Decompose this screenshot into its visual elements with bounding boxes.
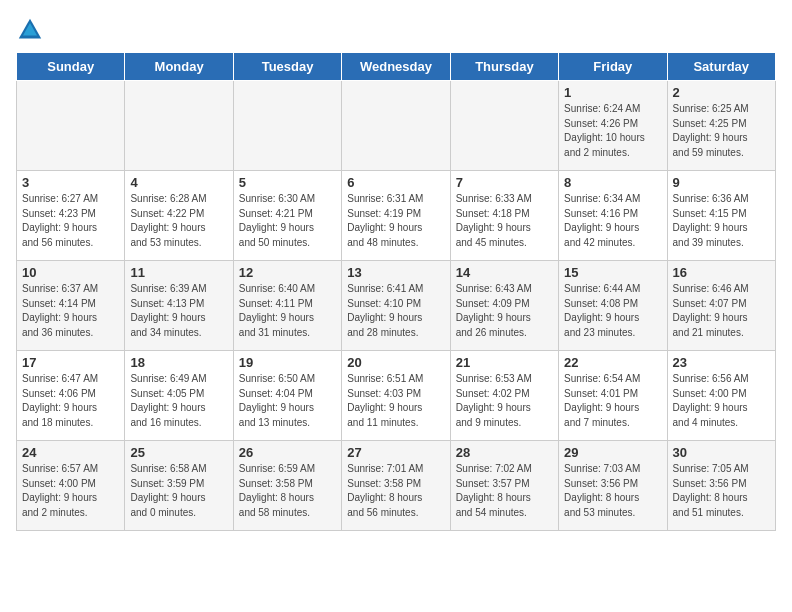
day-cell-3-1: 18Sunrise: 6:49 AM Sunset: 4:05 PM Dayli… <box>125 351 233 441</box>
day-info: Sunrise: 7:03 AM Sunset: 3:56 PM Dayligh… <box>564 462 661 520</box>
logo-icon <box>16 16 44 44</box>
day-number: 25 <box>130 445 227 460</box>
day-cell-0-2 <box>233 81 341 171</box>
day-info: Sunrise: 6:24 AM Sunset: 4:26 PM Dayligh… <box>564 102 661 160</box>
day-cell-4-5: 29Sunrise: 7:03 AM Sunset: 3:56 PM Dayli… <box>559 441 667 531</box>
day-cell-3-6: 23Sunrise: 6:56 AM Sunset: 4:00 PM Dayli… <box>667 351 775 441</box>
header-tuesday: Tuesday <box>233 53 341 81</box>
calendar-table: SundayMondayTuesdayWednesdayThursdayFrid… <box>16 52 776 531</box>
day-cell-0-4 <box>450 81 558 171</box>
day-info: Sunrise: 6:33 AM Sunset: 4:18 PM Dayligh… <box>456 192 553 250</box>
day-cell-4-3: 27Sunrise: 7:01 AM Sunset: 3:58 PM Dayli… <box>342 441 450 531</box>
day-number: 29 <box>564 445 661 460</box>
day-info: Sunrise: 7:02 AM Sunset: 3:57 PM Dayligh… <box>456 462 553 520</box>
day-info: Sunrise: 6:58 AM Sunset: 3:59 PM Dayligh… <box>130 462 227 520</box>
day-info: Sunrise: 7:01 AM Sunset: 3:58 PM Dayligh… <box>347 462 444 520</box>
day-cell-0-1 <box>125 81 233 171</box>
day-info: Sunrise: 6:39 AM Sunset: 4:13 PM Dayligh… <box>130 282 227 340</box>
day-info: Sunrise: 6:41 AM Sunset: 4:10 PM Dayligh… <box>347 282 444 340</box>
day-number: 7 <box>456 175 553 190</box>
day-number: 2 <box>673 85 770 100</box>
day-info: Sunrise: 7:05 AM Sunset: 3:56 PM Dayligh… <box>673 462 770 520</box>
day-cell-2-0: 10Sunrise: 6:37 AM Sunset: 4:14 PM Dayli… <box>17 261 125 351</box>
day-number: 26 <box>239 445 336 460</box>
day-info: Sunrise: 6:37 AM Sunset: 4:14 PM Dayligh… <box>22 282 119 340</box>
day-number: 9 <box>673 175 770 190</box>
day-number: 23 <box>673 355 770 370</box>
day-info: Sunrise: 6:30 AM Sunset: 4:21 PM Dayligh… <box>239 192 336 250</box>
day-cell-1-5: 8Sunrise: 6:34 AM Sunset: 4:16 PM Daylig… <box>559 171 667 261</box>
day-cell-4-1: 25Sunrise: 6:58 AM Sunset: 3:59 PM Dayli… <box>125 441 233 531</box>
day-cell-0-3 <box>342 81 450 171</box>
day-info: Sunrise: 6:51 AM Sunset: 4:03 PM Dayligh… <box>347 372 444 430</box>
day-info: Sunrise: 6:54 AM Sunset: 4:01 PM Dayligh… <box>564 372 661 430</box>
logo <box>16 16 48 44</box>
day-number: 12 <box>239 265 336 280</box>
day-number: 18 <box>130 355 227 370</box>
header-friday: Friday <box>559 53 667 81</box>
day-number: 5 <box>239 175 336 190</box>
days-of-week-row: SundayMondayTuesdayWednesdayThursdayFrid… <box>17 53 776 81</box>
day-cell-0-6: 2Sunrise: 6:25 AM Sunset: 4:25 PM Daylig… <box>667 81 775 171</box>
day-cell-3-5: 22Sunrise: 6:54 AM Sunset: 4:01 PM Dayli… <box>559 351 667 441</box>
day-cell-3-3: 20Sunrise: 6:51 AM Sunset: 4:03 PM Dayli… <box>342 351 450 441</box>
day-info: Sunrise: 6:59 AM Sunset: 3:58 PM Dayligh… <box>239 462 336 520</box>
week-row-1: 1Sunrise: 6:24 AM Sunset: 4:26 PM Daylig… <box>17 81 776 171</box>
day-cell-1-3: 6Sunrise: 6:31 AM Sunset: 4:19 PM Daylig… <box>342 171 450 261</box>
day-number: 8 <box>564 175 661 190</box>
header-sunday: Sunday <box>17 53 125 81</box>
day-cell-2-1: 11Sunrise: 6:39 AM Sunset: 4:13 PM Dayli… <box>125 261 233 351</box>
day-cell-1-2: 5Sunrise: 6:30 AM Sunset: 4:21 PM Daylig… <box>233 171 341 261</box>
day-info: Sunrise: 6:56 AM Sunset: 4:00 PM Dayligh… <box>673 372 770 430</box>
day-info: Sunrise: 6:46 AM Sunset: 4:07 PM Dayligh… <box>673 282 770 340</box>
day-number: 24 <box>22 445 119 460</box>
day-cell-3-2: 19Sunrise: 6:50 AM Sunset: 4:04 PM Dayli… <box>233 351 341 441</box>
day-number: 11 <box>130 265 227 280</box>
day-number: 27 <box>347 445 444 460</box>
day-cell-4-4: 28Sunrise: 7:02 AM Sunset: 3:57 PM Dayli… <box>450 441 558 531</box>
day-number: 4 <box>130 175 227 190</box>
header-wednesday: Wednesday <box>342 53 450 81</box>
day-number: 17 <box>22 355 119 370</box>
day-cell-2-4: 14Sunrise: 6:43 AM Sunset: 4:09 PM Dayli… <box>450 261 558 351</box>
day-info: Sunrise: 6:36 AM Sunset: 4:15 PM Dayligh… <box>673 192 770 250</box>
page-header <box>16 16 776 44</box>
day-info: Sunrise: 6:31 AM Sunset: 4:19 PM Dayligh… <box>347 192 444 250</box>
day-info: Sunrise: 6:34 AM Sunset: 4:16 PM Dayligh… <box>564 192 661 250</box>
day-cell-4-0: 24Sunrise: 6:57 AM Sunset: 4:00 PM Dayli… <box>17 441 125 531</box>
day-number: 6 <box>347 175 444 190</box>
day-number: 22 <box>564 355 661 370</box>
day-cell-1-6: 9Sunrise: 6:36 AM Sunset: 4:15 PM Daylig… <box>667 171 775 261</box>
day-number: 20 <box>347 355 444 370</box>
day-cell-2-5: 15Sunrise: 6:44 AM Sunset: 4:08 PM Dayli… <box>559 261 667 351</box>
day-cell-2-2: 12Sunrise: 6:40 AM Sunset: 4:11 PM Dayli… <box>233 261 341 351</box>
day-cell-0-0 <box>17 81 125 171</box>
day-cell-3-0: 17Sunrise: 6:47 AM Sunset: 4:06 PM Dayli… <box>17 351 125 441</box>
day-number: 1 <box>564 85 661 100</box>
day-cell-2-6: 16Sunrise: 6:46 AM Sunset: 4:07 PM Dayli… <box>667 261 775 351</box>
day-number: 30 <box>673 445 770 460</box>
day-info: Sunrise: 6:53 AM Sunset: 4:02 PM Dayligh… <box>456 372 553 430</box>
day-number: 14 <box>456 265 553 280</box>
day-number: 3 <box>22 175 119 190</box>
day-info: Sunrise: 6:49 AM Sunset: 4:05 PM Dayligh… <box>130 372 227 430</box>
day-number: 16 <box>673 265 770 280</box>
day-info: Sunrise: 6:43 AM Sunset: 4:09 PM Dayligh… <box>456 282 553 340</box>
day-cell-4-6: 30Sunrise: 7:05 AM Sunset: 3:56 PM Dayli… <box>667 441 775 531</box>
day-cell-1-4: 7Sunrise: 6:33 AM Sunset: 4:18 PM Daylig… <box>450 171 558 261</box>
day-cell-2-3: 13Sunrise: 6:41 AM Sunset: 4:10 PM Dayli… <box>342 261 450 351</box>
day-number: 28 <box>456 445 553 460</box>
day-info: Sunrise: 6:44 AM Sunset: 4:08 PM Dayligh… <box>564 282 661 340</box>
day-info: Sunrise: 6:57 AM Sunset: 4:00 PM Dayligh… <box>22 462 119 520</box>
day-info: Sunrise: 6:28 AM Sunset: 4:22 PM Dayligh… <box>130 192 227 250</box>
week-row-5: 24Sunrise: 6:57 AM Sunset: 4:00 PM Dayli… <box>17 441 776 531</box>
day-info: Sunrise: 6:27 AM Sunset: 4:23 PM Dayligh… <box>22 192 119 250</box>
header-thursday: Thursday <box>450 53 558 81</box>
header-saturday: Saturday <box>667 53 775 81</box>
day-cell-3-4: 21Sunrise: 6:53 AM Sunset: 4:02 PM Dayli… <box>450 351 558 441</box>
day-cell-1-0: 3Sunrise: 6:27 AM Sunset: 4:23 PM Daylig… <box>17 171 125 261</box>
day-number: 15 <box>564 265 661 280</box>
week-row-4: 17Sunrise: 6:47 AM Sunset: 4:06 PM Dayli… <box>17 351 776 441</box>
day-cell-4-2: 26Sunrise: 6:59 AM Sunset: 3:58 PM Dayli… <box>233 441 341 531</box>
day-number: 13 <box>347 265 444 280</box>
